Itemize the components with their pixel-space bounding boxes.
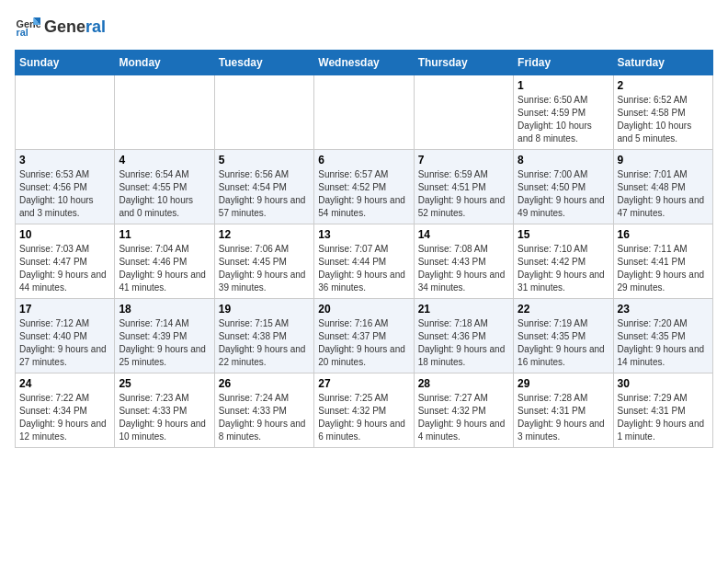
calendar-cell: 13Sunrise: 7:07 AM Sunset: 4:44 PM Dayli… — [314, 224, 414, 299]
day-number: 12 — [219, 228, 310, 241]
day-info: Sunrise: 7:27 AM Sunset: 4:32 PM Dayligh… — [418, 392, 509, 443]
day-info: Sunrise: 7:20 AM Sunset: 4:35 PM Dayligh… — [618, 317, 709, 369]
day-number: 20 — [318, 303, 409, 316]
col-header-monday: Monday — [115, 51, 214, 75]
calendar-week-5: 24Sunrise: 7:22 AM Sunset: 4:34 PM Dayli… — [16, 373, 713, 448]
day-info: Sunrise: 7:14 AM Sunset: 4:39 PM Dayligh… — [119, 317, 210, 369]
calendar-cell: 21Sunrise: 7:18 AM Sunset: 4:36 PM Dayli… — [414, 299, 513, 373]
day-info: Sunrise: 7:19 AM Sunset: 4:35 PM Dayligh… — [518, 317, 609, 369]
day-info: Sunrise: 7:29 AM Sunset: 4:31 PM Dayligh… — [618, 392, 709, 443]
day-info: Sunrise: 7:16 AM Sunset: 4:37 PM Dayligh… — [318, 317, 409, 369]
calendar-cell: 30Sunrise: 7:29 AM Sunset: 4:31 PM Dayli… — [613, 373, 712, 448]
calendar-table: SundayMondayTuesdayWednesdayThursdayFrid… — [15, 50, 713, 448]
calendar-cell: 20Sunrise: 7:16 AM Sunset: 4:37 PM Dayli… — [314, 299, 414, 373]
day-info: Sunrise: 7:12 AM Sunset: 4:40 PM Dayligh… — [19, 317, 110, 369]
day-number: 23 — [618, 303, 709, 316]
calendar-cell: 5Sunrise: 6:56 AM Sunset: 4:54 PM Daylig… — [214, 150, 313, 224]
logo: Gene ral General — [15, 15, 106, 40]
col-header-sunday: Sunday — [16, 51, 115, 75]
calendar-cell: 11Sunrise: 7:04 AM Sunset: 4:46 PM Dayli… — [115, 224, 214, 299]
svg-text:ral: ral — [17, 27, 28, 38]
logo-text-line1: General — [44, 18, 106, 37]
calendar-cell — [314, 75, 414, 150]
calendar-cell: 16Sunrise: 7:11 AM Sunset: 4:41 PM Dayli… — [613, 224, 712, 299]
day-number: 14 — [418, 228, 509, 241]
day-info: Sunrise: 7:28 AM Sunset: 4:31 PM Dayligh… — [518, 392, 609, 443]
calendar-cell: 8Sunrise: 7:00 AM Sunset: 4:50 PM Daylig… — [514, 150, 613, 224]
day-info: Sunrise: 6:54 AM Sunset: 4:55 PM Dayligh… — [119, 168, 210, 220]
day-info: Sunrise: 7:04 AM Sunset: 4:46 PM Dayligh… — [119, 243, 210, 294]
calendar-cell: 14Sunrise: 7:08 AM Sunset: 4:43 PM Dayli… — [414, 224, 513, 299]
day-number: 10 — [19, 228, 110, 241]
day-number: 8 — [518, 154, 609, 167]
day-info: Sunrise: 7:01 AM Sunset: 4:48 PM Dayligh… — [618, 168, 709, 220]
day-info: Sunrise: 6:56 AM Sunset: 4:54 PM Dayligh… — [219, 168, 310, 220]
calendar-cell: 29Sunrise: 7:28 AM Sunset: 4:31 PM Dayli… — [514, 373, 613, 448]
day-number: 9 — [618, 154, 709, 167]
day-number: 22 — [518, 303, 609, 316]
calendar-cell — [214, 75, 313, 150]
day-info: Sunrise: 7:24 AM Sunset: 4:33 PM Dayligh… — [219, 392, 310, 443]
calendar-cell: 24Sunrise: 7:22 AM Sunset: 4:34 PM Dayli… — [16, 373, 115, 448]
calendar-cell: 7Sunrise: 6:59 AM Sunset: 4:51 PM Daylig… — [414, 150, 513, 224]
calendar-cell — [115, 75, 214, 150]
calendar-cell: 10Sunrise: 7:03 AM Sunset: 4:47 PM Dayli… — [16, 224, 115, 299]
day-info: Sunrise: 7:00 AM Sunset: 4:50 PM Dayligh… — [518, 168, 609, 220]
calendar-cell: 28Sunrise: 7:27 AM Sunset: 4:32 PM Dayli… — [414, 373, 513, 448]
calendar-cell: 12Sunrise: 7:06 AM Sunset: 4:45 PM Dayli… — [214, 224, 313, 299]
col-header-tuesday: Tuesday — [214, 51, 313, 75]
day-info: Sunrise: 6:59 AM Sunset: 4:51 PM Dayligh… — [418, 168, 509, 220]
day-number: 3 — [19, 154, 110, 167]
page-header: Gene ral General — [15, 15, 713, 40]
calendar-cell: 19Sunrise: 7:15 AM Sunset: 4:38 PM Dayli… — [214, 299, 313, 373]
day-info: Sunrise: 7:18 AM Sunset: 4:36 PM Dayligh… — [418, 317, 509, 369]
calendar-cell: 6Sunrise: 6:57 AM Sunset: 4:52 PM Daylig… — [314, 150, 414, 224]
logo-icon: Gene ral — [15, 15, 40, 40]
col-header-thursday: Thursday — [414, 51, 513, 75]
day-info: Sunrise: 6:57 AM Sunset: 4:52 PM Dayligh… — [318, 168, 409, 220]
calendar-cell: 17Sunrise: 7:12 AM Sunset: 4:40 PM Dayli… — [16, 299, 115, 373]
day-number: 11 — [119, 228, 210, 241]
day-number: 7 — [418, 154, 509, 167]
day-info: Sunrise: 7:11 AM Sunset: 4:41 PM Dayligh… — [618, 243, 709, 294]
day-number: 29 — [518, 377, 609, 390]
calendar-cell: 3Sunrise: 6:53 AM Sunset: 4:56 PM Daylig… — [16, 150, 115, 224]
day-number: 28 — [418, 377, 509, 390]
calendar-cell: 9Sunrise: 7:01 AM Sunset: 4:48 PM Daylig… — [613, 150, 712, 224]
day-number: 5 — [219, 154, 310, 167]
day-number: 1 — [518, 79, 609, 92]
day-number: 15 — [518, 228, 609, 241]
calendar-cell: 2Sunrise: 6:52 AM Sunset: 4:58 PM Daylig… — [613, 75, 712, 150]
calendar-cell: 18Sunrise: 7:14 AM Sunset: 4:39 PM Dayli… — [115, 299, 214, 373]
day-info: Sunrise: 6:50 AM Sunset: 4:59 PM Dayligh… — [518, 94, 609, 145]
col-header-saturday: Saturday — [613, 51, 712, 75]
day-number: 26 — [219, 377, 310, 390]
calendar-header-row: SundayMondayTuesdayWednesdayThursdayFrid… — [16, 51, 713, 75]
day-number: 6 — [318, 154, 409, 167]
day-number: 19 — [219, 303, 310, 316]
day-info: Sunrise: 6:53 AM Sunset: 4:56 PM Dayligh… — [19, 168, 110, 220]
calendar-cell — [414, 75, 513, 150]
calendar-cell: 25Sunrise: 7:23 AM Sunset: 4:33 PM Dayli… — [115, 373, 214, 448]
day-number: 13 — [318, 228, 409, 241]
calendar-cell: 1Sunrise: 6:50 AM Sunset: 4:59 PM Daylig… — [514, 75, 613, 150]
calendar-week-2: 3Sunrise: 6:53 AM Sunset: 4:56 PM Daylig… — [16, 150, 713, 224]
col-header-friday: Friday — [514, 51, 613, 75]
day-info: Sunrise: 6:52 AM Sunset: 4:58 PM Dayligh… — [618, 94, 709, 145]
day-number: 21 — [418, 303, 509, 316]
day-info: Sunrise: 7:10 AM Sunset: 4:42 PM Dayligh… — [518, 243, 609, 294]
calendar-cell: 23Sunrise: 7:20 AM Sunset: 4:35 PM Dayli… — [613, 299, 712, 373]
calendar-week-3: 10Sunrise: 7:03 AM Sunset: 4:47 PM Dayli… — [16, 224, 713, 299]
day-info: Sunrise: 7:22 AM Sunset: 4:34 PM Dayligh… — [19, 392, 110, 443]
day-info: Sunrise: 7:15 AM Sunset: 4:38 PM Dayligh… — [219, 317, 310, 369]
calendar-cell: 26Sunrise: 7:24 AM Sunset: 4:33 PM Dayli… — [214, 373, 313, 448]
day-number: 24 — [19, 377, 110, 390]
day-info: Sunrise: 7:23 AM Sunset: 4:33 PM Dayligh… — [119, 392, 210, 443]
calendar-cell: 27Sunrise: 7:25 AM Sunset: 4:32 PM Dayli… — [314, 373, 414, 448]
day-number: 18 — [119, 303, 210, 316]
day-number: 2 — [618, 79, 709, 92]
day-number: 16 — [618, 228, 709, 241]
day-info: Sunrise: 7:08 AM Sunset: 4:43 PM Dayligh… — [418, 243, 509, 294]
day-number: 4 — [119, 154, 210, 167]
day-info: Sunrise: 7:06 AM Sunset: 4:45 PM Dayligh… — [219, 243, 310, 294]
